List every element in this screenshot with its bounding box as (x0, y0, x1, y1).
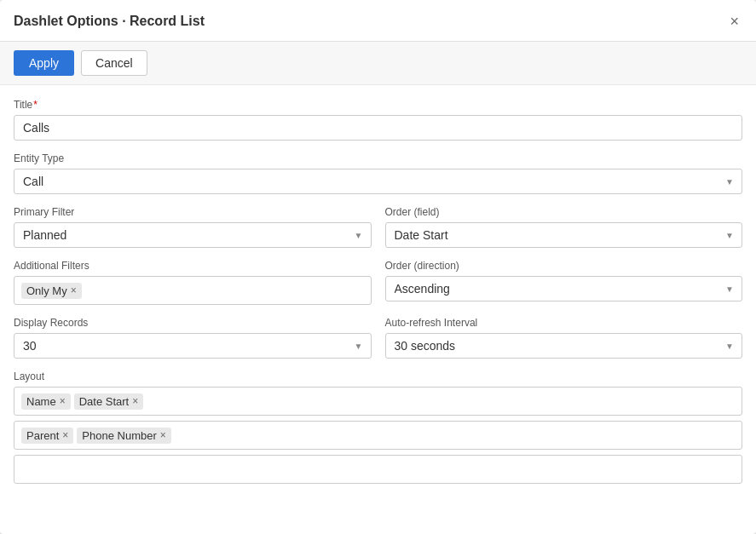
primary-filter-select-wrapper: Planned ▼ (14, 222, 372, 248)
dashlet-options-modal: Dashlet Options · Record List × Apply Ca… (0, 0, 756, 534)
order-field-label: Order (field) (385, 206, 743, 218)
modal-title: Dashlet Options · Record List (14, 14, 205, 29)
additional-filters-col: Additional Filters Only My × (14, 260, 372, 305)
required-indicator: * (33, 99, 38, 111)
layout-tag-date-start-remove[interactable]: × (132, 396, 138, 406)
auto-refresh-label: Auto-refresh Interval (385, 317, 743, 329)
tag-only-my-remove[interactable]: × (71, 285, 77, 296)
close-button[interactable]: × (726, 12, 742, 31)
entity-type-select[interactable]: Call (14, 169, 742, 194)
layout-tag-date-start: Date Start × (74, 393, 144, 410)
order-field-select[interactable]: Date Start (385, 222, 743, 248)
layout-tag-parent: Parent × (21, 428, 73, 444)
layout-tag-name: Name × (21, 393, 71, 410)
entity-type-select-wrapper: Call ▼ (14, 169, 742, 194)
row-additional-order-dir: Additional Filters Only My × Order (dire… (14, 260, 742, 305)
layout-tag-name-label: Name (26, 395, 56, 408)
layout-tag-phone-number-label: Phone Number (82, 429, 156, 442)
layout-tag-phone-number-remove[interactable]: × (160, 430, 166, 440)
order-field-col: Order (field) Date Start ▼ (385, 206, 743, 248)
order-direction-label: Order (direction) (385, 260, 743, 272)
primary-filter-select[interactable]: Planned (14, 222, 372, 248)
title-input[interactable] (14, 115, 742, 141)
auto-refresh-select[interactable]: 30 seconds 60 seconds 120 seconds (385, 333, 743, 359)
layout-tag-phone-number: Phone Number × (77, 428, 170, 444)
display-records-select-wrapper: 5 10 15 20 25 30 50 ▼ (14, 333, 372, 359)
tag-only-my-label: Only My (26, 284, 67, 297)
entity-type-section: Entity Type Call ▼ (14, 152, 742, 194)
cancel-button[interactable]: Cancel (81, 50, 147, 76)
order-field-select-wrapper: Date Start ▼ (385, 222, 743, 248)
order-direction-select[interactable]: Ascending Descending (385, 276, 743, 301)
tag-only-my: Only My × (21, 283, 82, 299)
action-bar: Apply Cancel (0, 42, 756, 85)
layout-tag-parent-label: Parent (26, 429, 59, 442)
layout-tag-name-remove[interactable]: × (60, 396, 66, 406)
layout-section: Layout Name × Date Start × Parent × (14, 370, 742, 484)
primary-filter-col: Primary Filter Planned ▼ (14, 206, 372, 248)
entity-type-label: Entity Type (14, 152, 742, 164)
layout-row-3[interactable] (14, 455, 742, 484)
layout-row-1[interactable]: Name × Date Start × (14, 387, 742, 416)
layout-label: Layout (14, 370, 742, 382)
auto-refresh-col: Auto-refresh Interval 30 seconds 60 seco… (385, 317, 743, 359)
primary-filter-label: Primary Filter (14, 206, 372, 218)
layout-row-2[interactable]: Parent × Phone Number × (14, 421, 742, 450)
additional-filters-input[interactable]: Only My × (14, 276, 372, 305)
apply-button[interactable]: Apply (14, 50, 74, 76)
title-section: Title* (14, 99, 742, 141)
order-direction-col: Order (direction) Ascending Descending ▼ (385, 260, 743, 305)
row-display-autorefresh: Display Records 5 10 15 20 25 30 50 ▼ Au… (14, 317, 742, 359)
order-direction-select-wrapper: Ascending Descending ▼ (385, 276, 743, 301)
modal-header: Dashlet Options · Record List × (0, 0, 756, 42)
row-filter-order: Primary Filter Planned ▼ Order (field) D… (14, 206, 742, 248)
title-label: Title* (14, 99, 742, 111)
auto-refresh-select-wrapper: 30 seconds 60 seconds 120 seconds ▼ (385, 333, 743, 359)
display-records-label: Display Records (14, 317, 372, 329)
modal-body: Title* Entity Type Call ▼ Primary Filter… (0, 85, 756, 534)
additional-filters-label: Additional Filters (14, 260, 372, 272)
display-records-select[interactable]: 5 10 15 20 25 30 50 (14, 333, 372, 359)
layout-tag-parent-remove[interactable]: × (62, 430, 68, 440)
display-records-col: Display Records 5 10 15 20 25 30 50 ▼ (14, 317, 372, 359)
layout-tag-date-start-label: Date Start (79, 395, 130, 408)
